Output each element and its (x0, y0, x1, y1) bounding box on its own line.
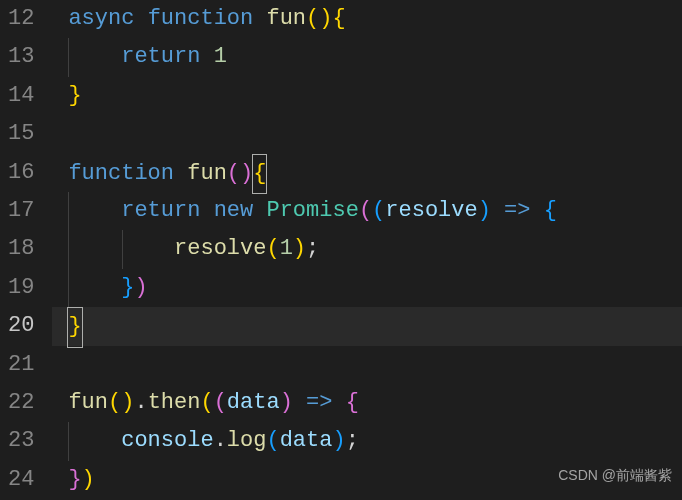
line-number: 22 (8, 384, 34, 422)
line-number: 15 (8, 115, 34, 153)
line-number: 14 (8, 77, 34, 115)
code-token: } (68, 467, 81, 492)
code-token: { (332, 6, 345, 31)
code-token (531, 198, 544, 223)
code-token: fun (68, 390, 108, 415)
code-token: { (544, 198, 557, 223)
code-token: function (148, 6, 267, 31)
code-token: return (121, 44, 213, 69)
line-number: 18 (8, 230, 34, 268)
code-token: ( (306, 6, 319, 31)
code-token: ( (372, 198, 385, 223)
code-token: . (214, 428, 227, 453)
code-token: resolve (174, 236, 266, 261)
line-number: 23 (8, 422, 34, 460)
code-token: Promise (266, 198, 358, 223)
code-token: function (68, 161, 187, 186)
code-line[interactable]: resolve(1); (52, 230, 682, 268)
code-token: ( (359, 198, 372, 223)
code-token: new (214, 198, 267, 223)
code-token: ( (200, 390, 213, 415)
line-number: 16 (8, 154, 34, 192)
code-token (332, 390, 345, 415)
code-token: => (504, 198, 530, 223)
code-area[interactable]: async function fun(){ return 1}function … (52, 0, 682, 500)
code-token: ; (306, 236, 319, 261)
code-token: . (134, 390, 147, 415)
code-token: console (121, 428, 213, 453)
code-token: } (121, 275, 134, 300)
code-token: ) (280, 390, 293, 415)
code-editor[interactable]: 12131415161718192021222324 async functio… (0, 0, 682, 500)
code-line[interactable]: async function fun(){ (52, 0, 682, 38)
code-token (68, 198, 121, 223)
code-token: { (252, 154, 267, 194)
code-token: ) (319, 6, 332, 31)
code-line[interactable]: function fun(){ (52, 154, 682, 192)
line-number-gutter: 12131415161718192021222324 (0, 0, 52, 500)
code-token: data (280, 428, 333, 453)
code-token: fun (266, 6, 306, 31)
code-token: ) (121, 390, 134, 415)
code-token: } (68, 83, 81, 108)
code-token (68, 428, 121, 453)
code-token: ; (346, 428, 359, 453)
code-token (293, 390, 306, 415)
line-number: 19 (8, 269, 34, 307)
code-token: } (67, 307, 82, 347)
code-token (68, 275, 121, 300)
code-line[interactable]: return new Promise((resolve) => { (52, 192, 682, 230)
code-line[interactable]: }) (52, 269, 682, 307)
code-token: then (148, 390, 201, 415)
code-line[interactable]: }) (52, 461, 682, 499)
code-token: ( (266, 428, 279, 453)
line-number: 21 (8, 346, 34, 384)
code-token: ) (134, 275, 147, 300)
code-token: fun (187, 161, 227, 186)
code-token: ( (227, 161, 240, 186)
code-line[interactable] (52, 346, 682, 384)
line-number: 24 (8, 461, 34, 499)
code-line[interactable]: fun().then((data) => { (52, 384, 682, 422)
code-token: ) (478, 198, 491, 223)
code-token: ( (108, 390, 121, 415)
code-token: data (227, 390, 280, 415)
code-token: ) (332, 428, 345, 453)
code-token: async (68, 6, 147, 31)
code-token (491, 198, 504, 223)
code-token (68, 44, 121, 69)
line-number: 12 (8, 0, 34, 38)
code-line[interactable]: } (52, 77, 682, 115)
code-token: 1 (214, 44, 227, 69)
code-token: ( (266, 236, 279, 261)
code-line[interactable] (52, 115, 682, 153)
code-token: log (227, 428, 267, 453)
line-number: 13 (8, 38, 34, 76)
code-token: ) (82, 467, 95, 492)
code-token: => (306, 390, 332, 415)
code-token: return (121, 198, 213, 223)
code-token: resolve (385, 198, 477, 223)
line-number: 17 (8, 192, 34, 230)
code-line[interactable]: } (52, 307, 682, 345)
code-token: 1 (280, 236, 293, 261)
code-token: ) (293, 236, 306, 261)
code-token: ( (214, 390, 227, 415)
code-line[interactable]: console.log(data); (52, 422, 682, 460)
code-token (68, 236, 174, 261)
code-line[interactable]: return 1 (52, 38, 682, 76)
code-token: { (346, 390, 359, 415)
line-number: 20 (8, 307, 34, 345)
